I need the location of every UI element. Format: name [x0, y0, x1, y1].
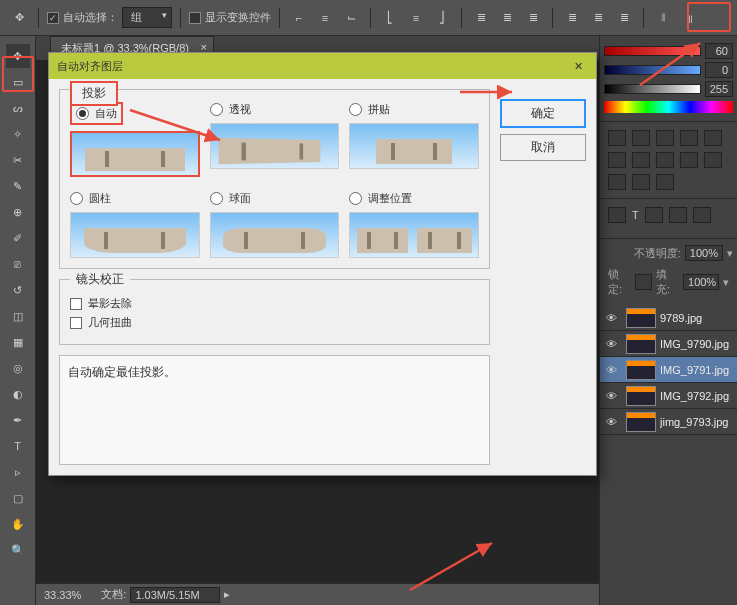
layer-thumbnail[interactable] [626, 334, 656, 354]
history-brush-tool[interactable]: ↺ [6, 278, 30, 302]
distribute-bottom-icon[interactable]: ≣ [522, 7, 544, 29]
align-hcenter-icon[interactable]: ≡ [405, 7, 427, 29]
distribute-hcenter-icon[interactable]: ≣ [587, 7, 609, 29]
adj-icon-11[interactable] [608, 174, 626, 190]
layer-thumbnail[interactable] [626, 412, 656, 432]
layer-name[interactable]: jimg_9793.jpg [660, 416, 737, 428]
layer-name[interactable]: IMG_9790.jpg [660, 338, 737, 350]
visibility-icon[interactable]: 👁 [600, 416, 622, 428]
clone-stamp-tool[interactable]: ⎚ [6, 252, 30, 276]
visibility-icon[interactable]: 👁 [600, 338, 622, 350]
adj-icon-9[interactable] [680, 152, 698, 168]
slider-g-value[interactable]: 0 [705, 62, 733, 78]
lasso-tool[interactable]: ᔕ [6, 96, 30, 120]
layer-row[interactable]: 👁IMG_9792.jpg [600, 383, 737, 409]
healing-brush-tool[interactable]: ⊕ [6, 200, 30, 224]
eyedropper-tool[interactable]: ✎ [6, 174, 30, 198]
projection-preview-auto [70, 131, 200, 177]
zoom-level[interactable]: 33.33% [44, 589, 81, 601]
vignette-checkbox[interactable]: 晕影去除 [70, 297, 132, 309]
visibility-icon[interactable]: 👁 [600, 364, 622, 376]
chevron-down-icon-2[interactable]: ▾ [723, 276, 729, 289]
layer-row[interactable]: 👁9789.jpg [600, 305, 737, 331]
hand-tool[interactable]: ✋ [6, 512, 30, 536]
slider-r-value[interactable]: 60 [705, 43, 733, 59]
zoom-tool[interactable]: 🔍 [6, 538, 30, 562]
auto-align-icon[interactable]: ⫴ [652, 7, 674, 29]
slider-b[interactable] [604, 84, 701, 94]
layer-thumbnail[interactable] [626, 360, 656, 380]
distribute-top-icon[interactable]: ≣ [470, 7, 492, 29]
crop-tool[interactable]: ✂ [6, 148, 30, 172]
opacity-value[interactable]: 100% [685, 245, 723, 261]
cancel-button[interactable]: 取消 [500, 134, 586, 161]
type-tool[interactable]: T [6, 434, 30, 458]
brush-tool[interactable]: ✐ [6, 226, 30, 250]
align-right-edges-icon[interactable]: ⎦ [431, 7, 453, 29]
radio-reposition[interactable]: 调整位置 [349, 191, 479, 206]
radio-icon [210, 192, 223, 205]
auto-select-mode-dropdown[interactable]: 组 [122, 7, 172, 28]
radio-perspective[interactable]: 透视 [210, 102, 340, 117]
slider-r[interactable] [604, 46, 701, 56]
adj-icon-5[interactable] [704, 130, 722, 146]
layer-name[interactable]: IMG_9791.jpg [660, 364, 737, 376]
radio-cylindrical[interactable]: 圆柱 [70, 191, 200, 206]
adj-icon-13[interactable] [656, 174, 674, 190]
projection-preview-spherical [210, 212, 340, 258]
radio-collage[interactable]: 拼贴 [349, 102, 479, 117]
fill-label: 填充: [656, 267, 679, 297]
magic-wand-tool[interactable]: ✧ [6, 122, 30, 146]
dodge-tool[interactable]: ◐ [6, 382, 30, 406]
ok-button[interactable]: 确定 [500, 99, 586, 128]
adj-icon-6[interactable] [608, 152, 626, 168]
doc-size-chevron-icon[interactable]: ▸ [224, 588, 230, 601]
adj-icon-3[interactable] [656, 130, 674, 146]
adj-icon-1[interactable] [608, 130, 626, 146]
rectangle-tool[interactable]: ▢ [6, 486, 30, 510]
align-left-edges-icon[interactable]: ⎣ [379, 7, 401, 29]
adj-icon-7[interactable] [632, 152, 650, 168]
layer-name[interactable]: 9789.jpg [660, 312, 737, 324]
gradient-tool[interactable]: ▦ [6, 330, 30, 354]
chevron-down-icon[interactable]: ▾ [727, 247, 733, 260]
adj-icon-4[interactable] [680, 130, 698, 146]
show-transform-checkbox[interactable] [189, 12, 201, 24]
path-select-tool[interactable]: ▹ [6, 460, 30, 484]
layer-row[interactable]: 👁IMG_9791.jpg [600, 357, 737, 383]
adj-icon-12[interactable] [632, 174, 650, 190]
dialog-titlebar[interactable]: 自动对齐图层 ✕ [49, 53, 596, 79]
distribute-vcenter-icon[interactable]: ≣ [496, 7, 518, 29]
adj-icon-8[interactable] [656, 152, 674, 168]
pen-tool[interactable]: ✒ [6, 408, 30, 432]
blur-tool[interactable]: ◎ [6, 356, 30, 380]
lock-pixels-icon[interactable] [635, 274, 652, 290]
slider-g[interactable] [604, 65, 701, 75]
distribute-left-icon[interactable]: ≣ [561, 7, 583, 29]
align-bottom-edges-icon[interactable]: ⌙ [340, 7, 362, 29]
adj-icon-10[interactable] [704, 152, 722, 168]
adj-icon-2[interactable] [632, 130, 650, 146]
layer-filter-icon[interactable] [608, 207, 626, 223]
layer-filter-4-icon[interactable] [693, 207, 711, 223]
radio-spherical[interactable]: 球面 [210, 191, 340, 206]
visibility-icon[interactable]: 👁 [600, 312, 622, 324]
layer-name[interactable]: IMG_9792.jpg [660, 390, 737, 402]
align-top-edges-icon[interactable]: ⌐ [288, 7, 310, 29]
slider-b-value[interactable]: 255 [705, 81, 733, 97]
layer-thumbnail[interactable] [626, 386, 656, 406]
geo-distort-checkbox[interactable]: 几何扭曲 [70, 316, 132, 328]
layer-filter-2-icon[interactable] [645, 207, 663, 223]
layer-row[interactable]: 👁jimg_9793.jpg [600, 409, 737, 435]
distribute-right-icon[interactable]: ≣ [613, 7, 635, 29]
layer-filter-3-icon[interactable] [669, 207, 687, 223]
eraser-tool[interactable]: ◫ [6, 304, 30, 328]
close-icon[interactable]: ✕ [568, 56, 588, 76]
layer-row[interactable]: 👁IMG_9790.jpg [600, 331, 737, 357]
visibility-icon[interactable]: 👁 [600, 390, 622, 402]
fill-value[interactable]: 100% [683, 274, 719, 290]
align-vcenter-icon[interactable]: ≡ [314, 7, 336, 29]
color-ramp[interactable] [604, 101, 733, 113]
auto-select-checkbox[interactable]: ✓ [47, 12, 59, 24]
layer-thumbnail[interactable] [626, 308, 656, 328]
